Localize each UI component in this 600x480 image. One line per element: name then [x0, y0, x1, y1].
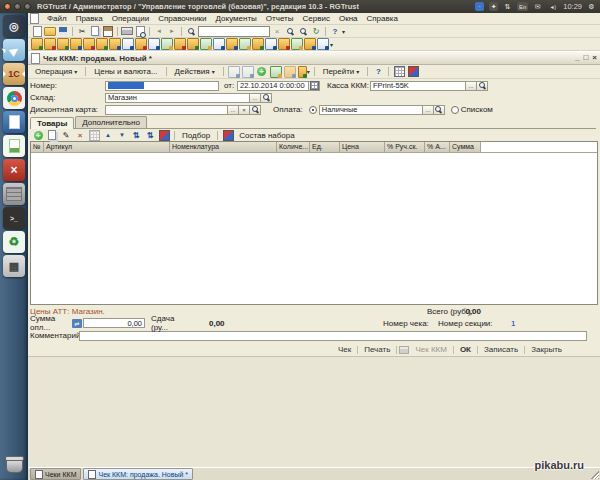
shortcut-icon-1[interactable] [31, 39, 43, 50]
find-next-icon[interactable] [297, 26, 309, 37]
shortcut-icon-22[interactable] [304, 39, 316, 50]
operation-button[interactable]: Операция▾ [31, 65, 81, 78]
move-up-icon[interactable]: ▲ [102, 130, 114, 141]
mail-icon[interactable]: ✉ [533, 2, 542, 11]
payment-single-radio[interactable] [309, 106, 317, 114]
shortcut-icon-10[interactable] [148, 39, 160, 50]
sort-desc-icon[interactable]: ⇅ [144, 130, 156, 141]
clock[interactable]: 10:29 [563, 2, 582, 11]
menu-catalogs[interactable]: Справочники [154, 14, 210, 23]
actions-button[interactable]: Действия▾ [171, 65, 219, 78]
edit-row-icon[interactable]: ✎ [60, 130, 72, 141]
set-composition-button[interactable]: Состав набора [236, 131, 298, 140]
structure-icon-1[interactable] [393, 66, 405, 77]
shortcut-icon-21[interactable] [291, 39, 303, 50]
menu-edit[interactable]: Правка [72, 14, 107, 23]
number-field[interactable] [105, 81, 219, 91]
tab-goods[interactable]: Товары [30, 117, 74, 129]
menu-reports[interactable]: Отчеты [262, 14, 298, 23]
new-document-icon[interactable] [31, 26, 43, 37]
shortcut-icon-19[interactable] [265, 39, 277, 50]
menu-windows[interactable]: Окна [335, 14, 362, 23]
calculator-icon[interactable]: ▦ [3, 255, 25, 277]
goto-button[interactable]: Перейти▾ [319, 65, 364, 78]
shortcut-icon-9[interactable] [135, 39, 147, 50]
updater-icon[interactable]: ♻ [3, 231, 25, 253]
resize-grip[interactable] [591, 471, 599, 479]
col-quantity[interactable]: Количе... [277, 142, 310, 153]
find-previous-icon[interactable] [284, 26, 296, 37]
kkm-ellipsis-button[interactable]: ... [466, 81, 477, 91]
terminal-icon[interactable]: >_ [3, 207, 25, 229]
col-sum[interactable]: Сумма [450, 142, 481, 153]
move-down-icon[interactable]: ▼ [116, 130, 128, 141]
payment-open-button[interactable] [434, 105, 445, 115]
chrome-browser-icon[interactable] [3, 87, 25, 109]
goods-table-body[interactable] [31, 153, 597, 304]
col-price[interactable]: Цена [340, 142, 385, 153]
add-row-icon[interactable]: + [32, 130, 44, 141]
shortcut-icon-16[interactable] [226, 39, 238, 50]
structure-icon-2[interactable] [407, 66, 419, 77]
shortcut-icon-14[interactable] [200, 39, 212, 50]
window-tab-current[interactable]: Чек ККМ: продажа. Новый * [83, 468, 193, 480]
keyboard-layout-indicator[interactable]: En [517, 2, 528, 11]
paste-icon[interactable] [102, 26, 114, 37]
messenger-bird-icon[interactable]: ▶ [3, 39, 25, 61]
print-button[interactable]: Печать [360, 345, 394, 354]
kkm-open-button[interactable] [477, 81, 488, 91]
open-icon[interactable] [44, 26, 56, 37]
close-window-button[interactable] [4, 3, 11, 10]
session-gear-icon[interactable]: ⚙ [587, 2, 596, 11]
ok-button[interactable]: ОК [456, 345, 475, 354]
col-auto-discount[interactable]: % А... [425, 142, 450, 153]
forward-icon[interactable]: ► [166, 26, 178, 37]
documents-app-icon[interactable] [3, 111, 25, 133]
menu-file[interactable]: Файл [43, 14, 71, 23]
calendar-button[interactable] [309, 81, 320, 91]
archive-manager-icon[interactable] [3, 183, 25, 205]
trash-icon[interactable] [3, 454, 25, 476]
libreoffice-icon[interactable] [3, 135, 25, 157]
search-icon[interactable] [185, 26, 197, 37]
output-icon[interactable]: ▾ [298, 66, 310, 77]
paid-field[interactable]: 0,00 [83, 318, 145, 328]
shortcut-icon-5[interactable] [83, 39, 95, 50]
shortcut-icon-2[interactable] [44, 39, 56, 50]
prices-currency-button[interactable]: Цены и валюта... [90, 65, 161, 78]
app-indicator-icon[interactable]: ✦ [489, 2, 498, 11]
payment-list-radio[interactable] [451, 106, 459, 114]
refresh-icon[interactable]: ↻ [310, 26, 322, 37]
col-unit[interactable]: Ед. [310, 142, 340, 153]
copy-row-icon[interactable] [46, 130, 58, 141]
minimize-window-button[interactable] [14, 3, 21, 10]
discount-ellipsis-button[interactable]: ... [228, 105, 239, 115]
sort-asc-icon[interactable]: ⇅ [130, 130, 142, 141]
shortcut-icon-17[interactable] [239, 39, 251, 50]
shortcut-icon-13[interactable] [187, 39, 199, 50]
network-arrows-icon[interactable]: ⇅ [503, 2, 512, 11]
menu-service[interactable]: Сервис [299, 14, 334, 23]
cut-icon[interactable]: ✂ [76, 26, 88, 37]
totals-icon[interactable] [158, 130, 170, 141]
shortcut-icon-20[interactable] [278, 39, 290, 50]
window-tab-checks[interactable]: Чеки ККМ [30, 468, 81, 480]
shortcut-icon-8[interactable] [122, 39, 134, 50]
warehouse-field[interactable]: Магазин [105, 93, 250, 103]
close-button[interactable]: Закрыть [527, 345, 566, 354]
toolbar2-overflow-icon[interactable]: ▾ [330, 41, 333, 48]
doc-restore-button[interactable]: □ [583, 53, 588, 63]
shortcut-icon-7[interactable] [109, 39, 121, 50]
date-field[interactable]: 22.10.2014 0:00:00 [237, 81, 309, 91]
shortcut-icon-6[interactable] [96, 39, 108, 50]
col-manual-discount[interactable]: % Руч.ск. [385, 142, 425, 153]
add-doc-icon[interactable]: + [256, 66, 268, 77]
help-icon[interactable]: ? [329, 26, 341, 37]
menu-operations[interactable]: Операции [108, 14, 153, 23]
volume-icon[interactable]: ◄) [547, 2, 558, 11]
reread-icon[interactable] [228, 66, 240, 77]
input-method-icon[interactable]: · [475, 2, 484, 11]
payment-ellipsis-button[interactable]: ... [423, 105, 434, 115]
shortcut-icon-23[interactable] [317, 39, 329, 50]
paid-spin-icon[interactable]: ⇄ [72, 319, 82, 328]
